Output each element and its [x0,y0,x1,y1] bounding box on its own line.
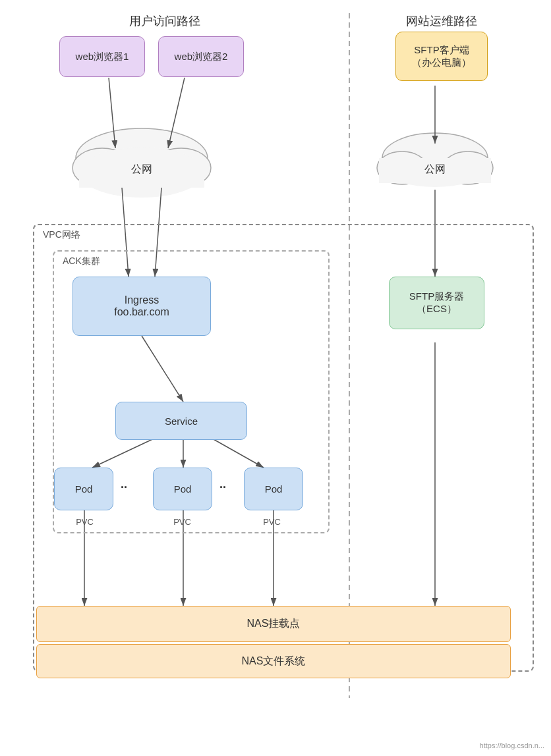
diagram-container: 用户访问路径 网站运维路径 web浏览器1 web浏览器2 SFTP客户端 （办… [0,0,551,756]
sftp-client-box: SFTP客户端 （办公电脑） [395,32,488,81]
browser1-box: web浏览器1 [59,36,145,77]
pod3-box: Pod [244,468,303,510]
sftp-server-box: SFTP服务器 （ECS） [389,277,484,329]
nas-fs-box: NAS文件系统 [36,644,511,678]
dots-2: ·· [219,481,226,495]
pvc3-label: PVC [250,517,293,527]
public-network-right-label: 公网 [412,163,458,176]
ingress-box: Ingress foo.bar.com [72,277,211,336]
nas-mount-box: NAS挂载点 [36,606,511,642]
browser2-box: web浏览器2 [158,36,244,77]
watermark: https://blog.csdn.n... [480,742,544,749]
svg-point-2 [76,128,208,188]
pvc1-label: PVC [63,517,106,527]
pod2-box: Pod [153,468,212,510]
svg-line-14 [168,78,185,148]
dots-1: ·· [121,481,127,495]
right-section-title: 网站运维路径 [369,13,514,29]
pod1-box: Pod [54,468,113,510]
vpc-label: VPC网络 [43,229,80,241]
public-network-left-label: 公网 [115,163,168,176]
pvc2-label: PVC [161,517,204,527]
left-section-title: 用户访问路径 [79,13,250,29]
service-box: Service [115,402,247,440]
svg-line-13 [109,78,115,148]
ack-label: ACK集群 [63,256,100,267]
